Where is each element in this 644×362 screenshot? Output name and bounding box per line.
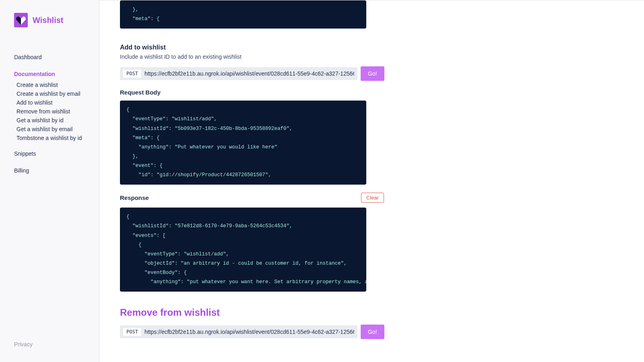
- nav: Dashboard Documentation Create a wishlis…: [0, 51, 99, 176]
- nav-doc-add[interactable]: Add to wishlist: [17, 98, 99, 107]
- nav-documentation[interactable]: Documentation: [14, 68, 99, 80]
- add-endpoint-bar: POST https://ecfb2bf2e11b.au.ngrok.io/ap…: [120, 67, 357, 80]
- remove-go-button[interactable]: Go!: [361, 325, 384, 339]
- remove-endpoint-bar: POST https://ecfb2bf2e11b.au.ngrok.io/ap…: [120, 325, 357, 338]
- nav-doc-tombstone[interactable]: Tombstone a wishlist by id: [17, 134, 99, 142]
- privacy-link[interactable]: Privacy: [14, 341, 99, 348]
- sidebar: Wishlist Dashboard Documentation Create …: [0, 0, 99, 362]
- nav-dashboard[interactable]: Dashboard: [14, 51, 99, 63]
- section-add: Add to wishlist Include a wishlist ID to…: [120, 44, 384, 292]
- nav-doc-create[interactable]: Create a wishlist: [17, 80, 99, 89]
- add-desc: Include a wishlist ID to add to an exist…: [120, 53, 384, 60]
- brand[interactable]: Wishlist: [0, 13, 99, 27]
- add-title: Add to wishlist: [120, 44, 384, 51]
- nav-billing[interactable]: Billing: [14, 165, 99, 176]
- heart-logo-icon: [14, 13, 28, 27]
- remove-title: Remove from wishlist: [120, 307, 384, 318]
- add-request-label: Request Body: [120, 89, 384, 96]
- nav-doc-create-email[interactable]: Create a wishlist by email: [17, 89, 99, 98]
- add-response-label: Response: [120, 194, 149, 201]
- nav-doc-remove[interactable]: Remove from wishlist: [17, 107, 99, 116]
- brand-name: Wishlist: [33, 16, 64, 25]
- add-request-code: { "eventType": "wishlist/add", "wishlist…: [120, 101, 366, 185]
- remove-url: https://ecfb2bf2e11b.au.ngrok.io/api/wis…: [144, 329, 354, 335]
- clear-button[interactable]: Clear: [361, 193, 384, 203]
- add-method: POST: [123, 70, 141, 78]
- nav-doc-get-email[interactable]: Get a wishlist by email: [17, 125, 99, 134]
- add-endpoint-row: POST https://ecfb2bf2e11b.au.ngrok.io/ap…: [120, 66, 384, 81]
- code-block-top: }, "meta": {: [120, 0, 366, 29]
- add-url: https://ecfb2bf2e11b.au.ngrok.io/api/wis…: [144, 70, 354, 77]
- remove-endpoint-row: POST https://ecfb2bf2e11b.au.ngrok.io/ap…: [120, 325, 384, 339]
- main[interactable]: }, "meta": { Add to wishlist Include a w…: [99, 0, 644, 362]
- section-remove: Remove from wishlist POST https://ecfb2b…: [120, 307, 384, 339]
- sidebar-footer: Privacy: [0, 341, 99, 362]
- remove-method: POST: [123, 328, 141, 336]
- nav-snippets[interactable]: Snippets: [14, 148, 99, 159]
- nav-doc-get-id[interactable]: Get a wishlist by id: [17, 116, 99, 125]
- add-response-row: Response Clear: [120, 193, 384, 203]
- add-response-code: { "wishlistId": "57e812d8-6170-4e79-9aba…: [120, 208, 366, 292]
- add-go-button[interactable]: Go!: [361, 66, 384, 81]
- nav-doc-sub: Create a wishlist Create a wishlist by e…: [14, 80, 99, 142]
